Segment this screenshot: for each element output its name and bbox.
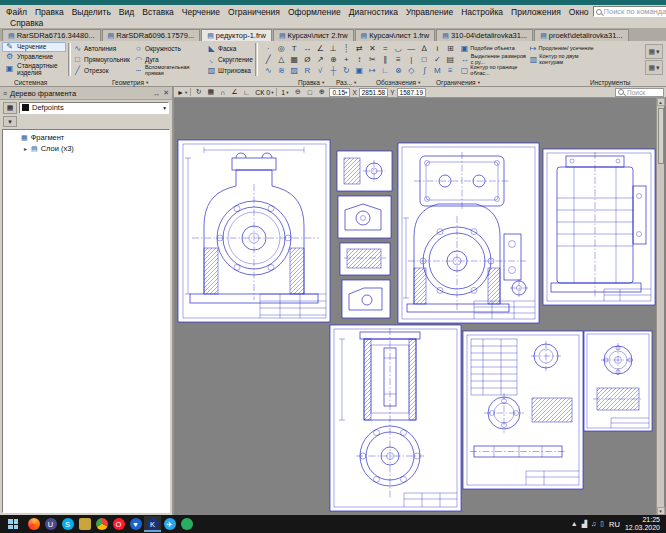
tool-button[interactable]: ◟ Скругление — [207, 54, 253, 65]
tool-button[interactable]: ╱ Отрезок — [73, 65, 130, 76]
radial-dimension-icon[interactable]: R — [301, 65, 314, 76]
symmetry-constraint-icon[interactable]: ◇ — [405, 65, 418, 76]
tray-battery-icon[interactable]: ▯ — [600, 520, 604, 528]
menu-item[interactable]: Настройка — [457, 7, 507, 17]
menu-item[interactable]: Черчение — [178, 7, 224, 17]
group-label-edit[interactable]: Правка▾ — [298, 79, 324, 86]
diameter-dimension-icon[interactable]: Ø — [301, 54, 314, 65]
filter-icon[interactable]: ▼ — [3, 116, 17, 127]
toolbar-overflow-button[interactable]: ▦ ▾ — [645, 60, 663, 75]
menu-item[interactable]: Окно — [565, 7, 593, 17]
taskbar-app-opera[interactable]: O — [110, 516, 127, 532]
tool-button[interactable]: ▥ Контур по двум контурам — [530, 54, 596, 65]
collections-icon[interactable]: ≡ — [444, 65, 457, 76]
panel-set-button[interactable]: ▣ Стандартные изделия — [2, 62, 66, 77]
group-label-constraints[interactable]: Ограничения▾ — [436, 79, 480, 86]
document-tab[interactable]: ▤ RarSDRa6096.17579... — [102, 29, 201, 41]
centerline-icon[interactable]: ┼ — [327, 65, 340, 76]
equal-constraint-icon[interactable]: = — [379, 43, 392, 54]
tool-button[interactable]: ┄ Вспомогательная прямая — [134, 65, 203, 76]
snap-magnet-icon[interactable]: ∩ — [217, 88, 228, 97]
panel-set-button[interactable]: ⚙ Управление — [2, 52, 66, 62]
multiline-icon[interactable]: ≋ — [275, 65, 288, 76]
leader-icon[interactable]: ↗ — [314, 54, 327, 65]
text-icon[interactable]: T — [288, 43, 301, 54]
command-search[interactable] — [593, 6, 666, 17]
menu-item[interactable]: Вставка — [138, 7, 178, 17]
document-tab[interactable]: ▤ RarSDRa6716.34480... — [2, 29, 101, 41]
tool-button[interactable]: ▨ Штриховка — [207, 65, 253, 76]
zoom-frame-icon[interactable]: □ — [304, 88, 315, 97]
scroll-down-icon[interactable]: ▼ — [657, 507, 665, 515]
canvas-search[interactable] — [615, 88, 664, 97]
move-icon[interactable]: + — [340, 54, 353, 65]
taskbar-app-messenger[interactable] — [178, 516, 195, 532]
group-label-dimensions[interactable]: Раз...▾ — [336, 79, 356, 86]
tray-expand-icon[interactable]: ▲ — [571, 520, 578, 528]
tree-node[interactable]: ▦ Фрагмент — [3, 132, 169, 143]
toolbar-overflow-button[interactable]: ▦ ▾ — [645, 44, 663, 59]
tray-sound-icon[interactable]: ♫ — [591, 520, 596, 528]
extend-icon[interactable]: ↦ — [366, 65, 379, 76]
document-tab[interactable]: ▤ proekt\detalirovka31... — [534, 29, 628, 41]
taskbar-app-folder[interactable] — [76, 516, 93, 532]
grid-toggle-icon[interactable]: ▦ — [205, 88, 216, 97]
spline-icon[interactable]: ∿ — [262, 65, 275, 76]
trim-icon[interactable]: ✂ — [366, 54, 379, 65]
rotate-icon[interactable]: ↻ — [340, 65, 353, 76]
current-layer-combo[interactable]: Defpoints ▾ — [19, 102, 169, 114]
select-tool-button[interactable]: ► ▾ — [176, 88, 188, 97]
zoom-out-icon[interactable]: ⊖ — [292, 88, 303, 97]
point-icon[interactable]: · — [262, 43, 275, 54]
x-coordinate-field[interactable]: 2851.58 — [359, 88, 389, 97]
layer-states-icon[interactable]: ▦ — [3, 102, 17, 114]
menu-item-help[interactable]: Справка — [6, 18, 47, 28]
linear-dimension-icon[interactable]: ↔ — [301, 43, 314, 54]
language-indicator[interactable]: RU — [609, 520, 620, 529]
hamburger-icon[interactable]: ≡ — [3, 90, 7, 97]
document-tab[interactable]: ▤ Курсач\лист 2.frw — [273, 29, 354, 41]
coordinate-system-button[interactable]: СК 0 ▾ — [254, 88, 274, 97]
fix-constraint-icon[interactable]: ⊗ — [392, 65, 405, 76]
group-label-geometry[interactable]: Геометрия▾ — [112, 79, 148, 86]
perpendicular-constraint-icon[interactable]: ∟ — [379, 65, 392, 76]
group-label-designations[interactable]: Обозначения▾ — [376, 79, 420, 86]
drawing-canvas[interactable]: ▲ ▼ — [174, 98, 666, 515]
canvas-search-input[interactable] — [627, 89, 661, 96]
tool-button[interactable]: ○ Окружность — [134, 43, 203, 54]
roughness-icon[interactable]: √ — [314, 65, 327, 76]
command-search-input[interactable] — [604, 7, 666, 16]
delete-icon[interactable]: ✕ — [366, 43, 379, 54]
angular-dimension-icon[interactable]: ∠ — [314, 43, 327, 54]
tool-button[interactable]: ∿ Автолиния — [73, 43, 130, 54]
zoom-value-field[interactable]: 0.15 ▾ — [329, 88, 350, 97]
insert-fragment-icon[interactable]: ⊞ — [444, 43, 457, 54]
y-coordinate-field[interactable]: 1587.19 — [397, 88, 427, 97]
document-tab[interactable]: ▤ 310-04\detalirovka31... — [436, 29, 533, 41]
tree-node[interactable]: ▸ ▤ Слои (x3) — [3, 143, 169, 154]
ellipse-icon[interactable]: ◎ — [275, 43, 288, 54]
panel-set-button[interactable]: ✎ Черчение — [2, 42, 66, 52]
ortho-mode-icon[interactable]: ∟ — [241, 88, 252, 97]
menu-item[interactable]: Правка — [31, 7, 68, 17]
zoom-in-icon[interactable]: ⊕ — [316, 88, 327, 97]
polygon-icon[interactable]: △ — [275, 54, 288, 65]
angle-snap-icon[interactable]: ∠ — [229, 88, 240, 97]
menu-item[interactable]: Оформление — [284, 7, 345, 17]
tangent-constraint-icon[interactable]: ◡ — [392, 43, 405, 54]
menu-item[interactable]: Выделить — [68, 7, 115, 17]
info-icon[interactable]: i — [431, 43, 444, 54]
menu-item[interactable]: Файл — [2, 7, 31, 17]
taskbar-app-kompas[interactable]: K — [144, 516, 161, 532]
taskbar-app-skype[interactable]: S — [59, 516, 76, 532]
current-layer-button[interactable]: 1 ▾ — [279, 88, 290, 97]
group-label-system[interactable]: Системная — [14, 79, 47, 86]
document-tab[interactable]: ▤ Курсач\лист 1.frw — [355, 29, 436, 41]
tolerance-icon[interactable]: ⊕ — [327, 54, 340, 65]
tool-button[interactable]: ◣ Фаска — [207, 43, 253, 54]
area-icon[interactable]: □ — [418, 54, 431, 65]
start-button[interactable] — [2, 516, 24, 532]
tree-expander-icon[interactable]: ▸ — [23, 145, 28, 152]
menu-item[interactable]: Ограничения — [224, 7, 284, 17]
vertical-constraint-icon[interactable]: | — [405, 54, 418, 65]
